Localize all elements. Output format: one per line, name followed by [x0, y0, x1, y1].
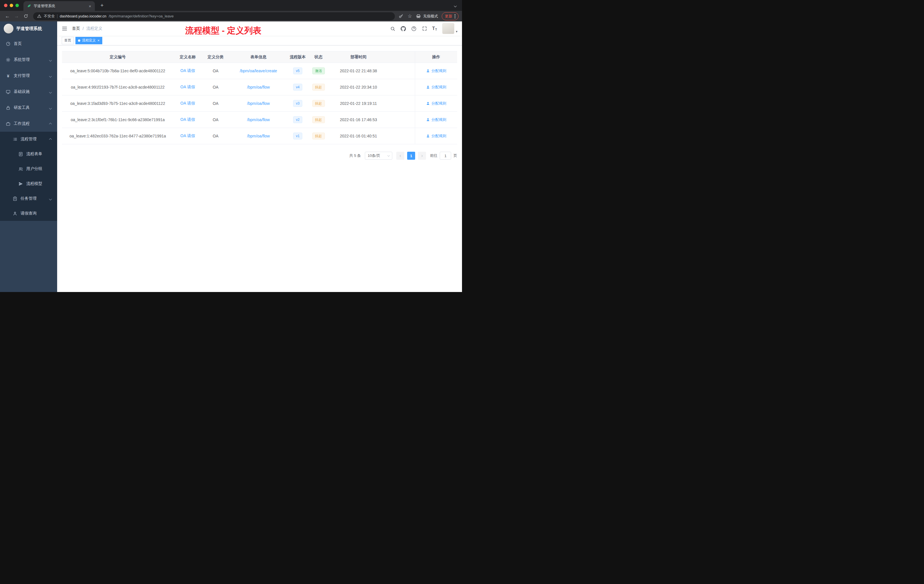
font-size-icon[interactable]: TT	[432, 26, 437, 31]
version-badge[interactable]: v1	[293, 133, 303, 139]
window-minimize-button[interactable]	[10, 4, 13, 7]
sidebar-item-user-groups[interactable]: 用户分组	[0, 162, 57, 176]
next-page-button[interactable]: ›	[418, 152, 426, 160]
page-1-button[interactable]: 1	[407, 152, 415, 160]
form-link[interactable]: /bpm/oa/flow	[247, 117, 270, 122]
sidebar-item-home[interactable]: 首页	[0, 36, 57, 52]
version-badge[interactable]: v5	[293, 68, 303, 74]
reload-button[interactable]	[22, 13, 30, 20]
sidebar-item-infrastructure[interactable]: 基础设施	[0, 84, 57, 100]
version-badge[interactable]: v2	[293, 116, 303, 123]
incognito-badge: 无痕模式	[416, 13, 438, 19]
definition-name-link[interactable]: OA 请假	[180, 117, 195, 122]
form-link[interactable]: /bpm/oa/flow	[247, 134, 270, 138]
tag-home[interactable]: 首页	[62, 37, 74, 44]
col-header-name: 定义名称	[173, 51, 202, 63]
status-badge: 挂起	[312, 100, 325, 107]
page-size-select[interactable]: 10条/页	[365, 152, 392, 160]
sidebar-item-payment-management[interactable]: ¥ 支付管理	[0, 68, 57, 84]
definition-name-link[interactable]: OA 请假	[180, 134, 195, 139]
definition-category: OA	[213, 134, 218, 138]
table-row: oa_leave:1:482ec033-762a-11ec-8477-a2380…	[62, 128, 457, 144]
form-link[interactable]: /bpm/oa/flow	[247, 85, 270, 89]
forward-button[interactable]: →	[13, 13, 21, 20]
hamburger-icon[interactable]	[62, 26, 68, 31]
sidebar-item-process-form[interactable]: 流程表单	[0, 147, 57, 162]
assign-rule-button[interactable]: 分配规则	[426, 134, 446, 139]
definition-category: OA	[213, 101, 218, 106]
sidebar-item-workflow[interactable]: 工作流程	[0, 116, 57, 132]
definition-name-link[interactable]: OA 请假	[180, 84, 195, 90]
back-button[interactable]: ←	[3, 13, 12, 20]
avatar-image	[442, 23, 454, 34]
clipboard-icon	[13, 196, 17, 201]
monitor-icon	[6, 89, 11, 94]
gear-icon	[6, 58, 11, 62]
browser-update-button[interactable]: 更新	[442, 12, 459, 20]
status-badge: 挂起	[312, 133, 325, 139]
assign-rule-button[interactable]: 分配规则	[426, 84, 446, 90]
form-link[interactable]: /bpm/oa/leave/create	[240, 69, 277, 73]
incognito-icon	[416, 13, 421, 19]
col-header-status: 状态	[308, 51, 329, 63]
fullscreen-icon[interactable]	[422, 26, 427, 31]
table-header-row: 定义编号 定义名称 定义分类 表单信息 流程版本 状态 部署时间 操作	[62, 51, 457, 63]
sidebar-item-dev-tools[interactable]: 研发工具	[0, 100, 57, 116]
tag-close-icon[interactable]: ×	[97, 39, 100, 42]
sidebar-item-leave-query[interactable]: 请假查询	[0, 206, 57, 221]
definition-id: oa_leave:1:482ec033-762a-11ec-8477-a2380…	[69, 134, 166, 138]
new-tab-button[interactable]: +	[98, 2, 106, 9]
deploy-time: 2022-01-16 01:40:51	[340, 134, 377, 138]
chevron-up-icon	[50, 137, 51, 142]
address-bar[interactable]: 不安全 dashboard.yudao.iocoder.cn/bpm/manag…	[33, 12, 395, 20]
form-icon	[18, 152, 23, 157]
user-icon	[426, 134, 430, 138]
user-avatar[interactable]: ▾	[442, 23, 457, 34]
tab-search-icon[interactable]	[454, 3, 456, 8]
assign-rule-button[interactable]: 分配规则	[426, 68, 446, 73]
brand-title: 芋道管理系统	[16, 26, 42, 31]
window-close-button[interactable]	[4, 4, 7, 7]
url-host: dashboard.yudao.iocoder.cn	[60, 14, 106, 18]
assign-rule-button[interactable]: 分配规则	[426, 101, 446, 106]
user-icon	[426, 85, 430, 89]
bookmark-star-icon[interactable]: ☆	[408, 13, 412, 19]
github-icon[interactable]	[401, 26, 406, 31]
user-icon	[426, 101, 430, 106]
breadcrumb-home[interactable]: 首页	[72, 26, 80, 31]
definition-name-link[interactable]: OA 请假	[180, 68, 195, 73]
col-header-category: 定义分类	[202, 51, 229, 63]
form-link[interactable]: /bpm/oa/flow	[247, 101, 270, 106]
key-icon[interactable]	[398, 13, 404, 19]
tab-close-icon[interactable]: ×	[87, 3, 92, 8]
tab-title: 芋道管理系统	[34, 4, 85, 8]
prev-page-button[interactable]: ‹	[396, 152, 404, 160]
definition-name-link[interactable]: OA 请假	[180, 101, 195, 106]
tag-process-definition[interactable]: 流程定义 ×	[76, 37, 102, 44]
sidebar-item-system-management[interactable]: 系统管理	[0, 52, 57, 68]
deploy-time: 2022-01-16 17:46:53	[340, 117, 377, 122]
version-badge[interactable]: v4	[293, 84, 303, 91]
breadcrumb-current: 流程定义	[86, 26, 102, 31]
sidebar-item-task-management[interactable]: 任务管理	[0, 191, 57, 206]
users-icon	[18, 167, 23, 172]
goto-prefix: 前往	[430, 153, 437, 158]
browser-menu-icon[interactable]	[455, 14, 455, 18]
definition-table: 定义编号 定义名称 定义分类 表单信息 流程版本 状态 部署时间 操作 oa_l…	[62, 51, 457, 144]
url-path: /bpm/manager/definition?key=oa_leave	[109, 14, 173, 18]
version-badge[interactable]: v3	[293, 100, 303, 107]
security-label: 不安全	[44, 14, 55, 19]
sidebar-item-process-management[interactable]: 流程管理	[0, 132, 57, 147]
help-icon[interactable]	[411, 26, 417, 31]
breadcrumb-separator: /	[82, 26, 84, 31]
search-icon[interactable]	[390, 26, 396, 31]
window-zoom-button[interactable]	[15, 4, 19, 7]
url-separator	[57, 14, 58, 18]
goto-page-input[interactable]	[440, 152, 451, 160]
browser-tab[interactable]: 芋道管理系统 ×	[23, 1, 95, 11]
assign-rule-button[interactable]: 分配规则	[426, 117, 446, 122]
warning-icon	[37, 14, 41, 18]
sidebar-item-process-model[interactable]: 流程模型	[0, 176, 57, 191]
table-row: oa_leave:2:3c1f0ef1-76b1-11ec-9c66-a2380…	[62, 112, 457, 128]
chevron-down-icon	[50, 58, 51, 62]
